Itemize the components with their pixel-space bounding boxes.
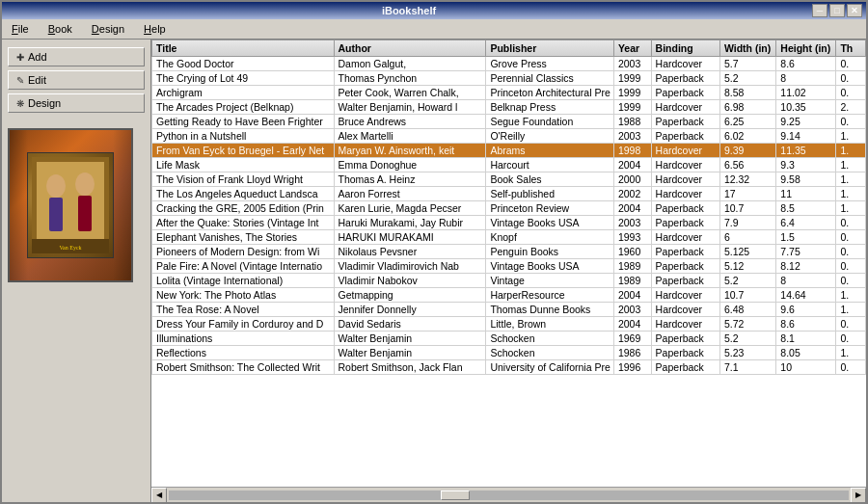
cell-year: 1999: [613, 100, 651, 115]
col-header-binding[interactable]: Binding: [651, 40, 719, 57]
col-header-th[interactable]: Th: [836, 40, 866, 57]
cell-publisher: Princeton Review: [486, 201, 613, 216]
table-row[interactable]: Pioneers of Modern Design: from WiNikola…: [152, 245, 866, 259]
cell-th: 0.: [836, 245, 866, 259]
svg-rect-5: [78, 196, 92, 231]
cell-year: 1999: [613, 71, 651, 86]
table-row[interactable]: Elephant Vanishes, The StoriesHARUKI MUR…: [152, 230, 866, 245]
col-header-title[interactable]: Title: [152, 40, 335, 57]
cell-binding: Paperback: [651, 216, 719, 230]
col-header-author[interactable]: Author: [334, 40, 486, 57]
cell-th: 0.: [836, 274, 866, 288]
scroll-left-button[interactable]: ◀: [151, 488, 167, 503]
edit-button[interactable]: ✎ Edit: [8, 70, 145, 90]
cell-year: 1998: [613, 144, 651, 158]
cell-binding: Paperback: [651, 360, 719, 375]
cell-height: 11.02: [776, 86, 836, 100]
cell-year: 2003: [613, 216, 651, 230]
book-cover: Van Eyck: [8, 128, 133, 282]
table-row[interactable]: Lolita (Vintage International)Vladimir N…: [152, 274, 866, 288]
table-row[interactable]: The Vision of Frank Lloyd WrightThomas A…: [152, 172, 866, 187]
cell-publisher: University of California Pre: [486, 360, 613, 375]
table-row[interactable]: Getting Ready to Have Been FrighterBruce…: [152, 115, 866, 129]
table-row[interactable]: Python in a NutshellAlex MartelliO'Reill…: [152, 129, 866, 144]
cell-year: 1993: [613, 230, 651, 245]
cell-author: Walter Benjamin: [334, 346, 486, 360]
table-row[interactable]: The Los Angeles Aqueduct LandscaAaron Fo…: [152, 187, 866, 201]
col-header-width[interactable]: Width (in): [719, 40, 775, 57]
cell-th: 1.: [836, 303, 866, 317]
cell-height: 8: [776, 71, 836, 86]
menu-design[interactable]: Design: [86, 21, 130, 37]
table-container[interactable]: Title Author Publisher Year Binding Widt…: [151, 40, 866, 487]
table-row[interactable]: IlluminationsWalter BenjaminSchocken1969…: [152, 332, 866, 346]
cell-year: 2004: [613, 288, 651, 303]
cell-binding: Hardcover: [651, 230, 719, 245]
cell-height: 10.35: [776, 100, 836, 115]
maximize-button[interactable]: □: [829, 4, 845, 17]
cell-publisher: Grove Press: [486, 57, 613, 71]
cell-height: 11.35: [776, 144, 836, 158]
cell-binding: Paperback: [651, 71, 719, 86]
table-row[interactable]: After the Quake: Stories (Vintage IntHar…: [152, 216, 866, 230]
cell-binding: Paperback: [651, 259, 719, 274]
add-button[interactable]: ✚ Add: [8, 47, 145, 66]
table-row[interactable]: ArchigramPeter Cook, Warren Chalk,Prince…: [152, 86, 866, 100]
menu-file[interactable]: File: [6, 21, 35, 37]
menu-book[interactable]: Book: [42, 21, 78, 37]
table-row[interactable]: Dress Your Family in Corduroy and DDavid…: [152, 317, 866, 332]
design-button[interactable]: ❋ Design: [8, 93, 145, 113]
table-row[interactable]: The Crying of Lot 49Thomas PynchonPerenn…: [152, 71, 866, 86]
scroll-thumb[interactable]: [441, 491, 470, 500]
cell-th: 0.: [836, 115, 866, 129]
cell-height: 8: [776, 274, 836, 288]
table-row[interactable]: Life MaskEmma DonoghueHarcourt2004Hardco…: [152, 158, 866, 172]
add-label: Add: [28, 51, 47, 63]
table-row[interactable]: ReflectionsWalter BenjaminSchocken1986Pa…: [152, 346, 866, 360]
cell-publisher: Perennial Classics: [486, 71, 613, 86]
cell-title: The Vision of Frank Lloyd Wright: [152, 172, 335, 187]
cell-publisher: Harcourt: [486, 158, 613, 172]
cell-width: 9.39: [719, 144, 775, 158]
table-row[interactable]: Pale Fire: A Novel (Vintage InternatioVl…: [152, 259, 866, 274]
svg-point-2: [46, 174, 66, 198]
scroll-track[interactable]: [169, 491, 849, 500]
col-header-publisher[interactable]: Publisher: [486, 40, 613, 57]
cell-author: Getmapping: [334, 288, 486, 303]
cell-title: The Tea Rose: A Novel: [152, 303, 335, 317]
cell-height: 9.6: [776, 303, 836, 317]
table-row[interactable]: Cracking the GRE, 2005 Edition (PrinKare…: [152, 201, 866, 216]
cell-title: Pioneers of Modern Design: from Wi: [152, 245, 335, 259]
cell-year: 1988: [613, 115, 651, 129]
table-row[interactable]: The Arcades Project (Belknap)Walter Benj…: [152, 100, 866, 115]
left-panel: ✚ Add ✎ Edit ❋ Design: [2, 40, 151, 502]
cell-th: 0.: [836, 86, 866, 100]
cell-author: Emma Donoghue: [334, 158, 486, 172]
cell-author: Alex Martelli: [334, 129, 486, 144]
cell-title: Reflections: [152, 346, 335, 360]
table-row[interactable]: Robert Smithson: The Collected WritRober…: [152, 360, 866, 375]
cell-author: Walter Benjamin: [334, 332, 486, 346]
table-row[interactable]: The Good DoctorDamon Galgut,Grove Press2…: [152, 57, 866, 71]
menu-help[interactable]: Help: [138, 21, 172, 37]
books-table: Title Author Publisher Year Binding Widt…: [151, 40, 866, 375]
table-row[interactable]: From Van Eyck to Bruegel - Early NetMary…: [152, 144, 866, 158]
col-header-year[interactable]: Year: [613, 40, 651, 57]
svg-text:Van Eyck: Van Eyck: [59, 245, 81, 251]
cell-th: 0.: [836, 230, 866, 245]
table-row[interactable]: New York: The Photo AtlasGetmappingHarpe…: [152, 288, 866, 303]
cell-width: 5.2: [719, 274, 775, 288]
minimize-button[interactable]: ─: [812, 4, 827, 17]
table-header-row: Title Author Publisher Year Binding Widt…: [152, 40, 866, 57]
scroll-right-button[interactable]: ▶: [851, 488, 866, 503]
cell-author: Walter Benjamin, Howard l: [334, 100, 486, 115]
cell-height: 8.12: [776, 259, 836, 274]
col-header-height[interactable]: Height (in): [776, 40, 836, 57]
window-title: iBookshelf: [6, 5, 812, 16]
cell-year: 1960: [613, 245, 651, 259]
cell-author: Karen Lurie, Magda Pecser: [334, 201, 486, 216]
cell-th: 1.: [836, 346, 866, 360]
table-row[interactable]: The Tea Rose: A NovelJennifer DonnellyTh…: [152, 303, 866, 317]
cell-binding: Paperback: [651, 332, 719, 346]
close-button[interactable]: ✕: [847, 4, 862, 17]
